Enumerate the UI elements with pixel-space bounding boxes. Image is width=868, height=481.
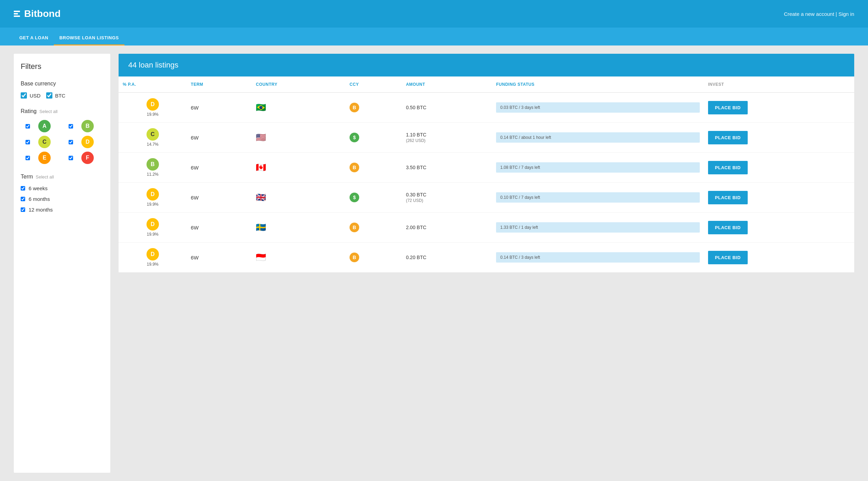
country-cell: 🇺🇸 — [252, 123, 345, 153]
term-6m[interactable]: 6 months — [21, 196, 103, 202]
table-row: D 19.9% 6W🇧🇷B0.50 BTC0.03 BTC / 3 days l… — [119, 93, 854, 123]
place-bid-button[interactable]: PLACE BID — [708, 101, 748, 114]
term-6w-checkbox[interactable] — [21, 186, 25, 191]
table-row: C 14.7% 6W🇺🇸$1.10 BTC(262 USD)0.14 BTC /… — [119, 123, 854, 153]
table-row: D 19.9% 6W🇸🇪B2.00 BTC1.33 BTC / 1 day le… — [119, 213, 854, 243]
header: Bitbond Create a new account | Sign in — [0, 0, 868, 28]
rating-f-checkbox[interactable] — [64, 156, 78, 160]
amount-cell: 3.50 BTC — [402, 153, 492, 183]
term-6w-label: 6 weeks — [29, 185, 48, 191]
term-cell: 6W — [187, 93, 252, 123]
btc-checkbox[interactable] — [46, 92, 52, 99]
base-currency-filter: Base currency USD BTC — [21, 81, 103, 99]
rating-select-all[interactable]: Select all — [39, 109, 58, 114]
place-bid-button[interactable]: PLACE BID — [708, 221, 748, 234]
funding-bar: 0.14 BTC / 3 days left — [496, 252, 700, 263]
base-currency-title: Base currency — [21, 81, 103, 87]
rating-d-checkbox[interactable] — [64, 140, 78, 144]
rating-cell: D 19.9% — [119, 93, 187, 123]
table-header: % P.A. TERM COUNTRY CCY AMOUNT FUNDING S… — [119, 76, 854, 93]
btc-checkbox-label[interactable]: BTC — [46, 92, 65, 99]
ccy-cell: B — [345, 213, 402, 243]
row-rating-badge: D — [147, 98, 159, 111]
term-6w[interactable]: 6 weeks — [21, 185, 103, 191]
invest-cell: PLACE BID — [704, 93, 854, 123]
term-list: 6 weeks 6 months 12 months — [21, 185, 103, 213]
listings-title: 44 loan listings — [128, 61, 845, 70]
term-12m-checkbox[interactable] — [21, 207, 25, 212]
main-nav: GET A LOAN BROWSE LOAN LISTINGS — [0, 28, 868, 45]
place-bid-button[interactable]: PLACE BID — [708, 131, 748, 144]
row-rating-pct: 19.9% — [147, 262, 159, 267]
rating-badge-e: E — [38, 152, 51, 164]
table-row: D 19.9% 6W🇮🇩B0.20 BTC0.14 BTC / 3 days l… — [119, 243, 854, 273]
listings-header: 44 loan listings — [119, 54, 854, 76]
term-cell: 6W — [187, 243, 252, 273]
rating-filter: Rating Select all A B C D E — [21, 108, 103, 164]
usd-checkbox[interactable] — [21, 92, 27, 99]
rating-cell: B 11.2% — [119, 153, 187, 183]
term-12m[interactable]: 12 months — [21, 207, 103, 213]
rating-cell: C 14.7% — [119, 123, 187, 153]
nav-browse-loan-listings[interactable]: BROWSE LOAN LISTINGS — [54, 35, 124, 45]
funding-cell: 0.14 BTC / about 1 hour left — [492, 123, 704, 153]
row-rating-badge: D — [147, 248, 159, 260]
col-country: COUNTRY — [252, 76, 345, 93]
place-bid-button[interactable]: PLACE BID — [708, 191, 748, 204]
ccy-icon: B — [350, 223, 359, 232]
col-amount: AMOUNT — [402, 76, 492, 93]
rating-e-checkbox[interactable] — [21, 156, 35, 160]
funding-bar: 0.10 BTC / 7 days left — [496, 192, 700, 203]
row-rating-pct: 19.9% — [147, 202, 159, 207]
create-account-link[interactable]: Create a new account — [784, 11, 834, 17]
rating-badge-a: A — [38, 120, 51, 132]
rating-c-checkbox[interactable] — [21, 140, 35, 144]
currency-row: USD BTC — [21, 92, 103, 99]
main-content: Filters Base currency USD BTC Rating — [0, 45, 868, 481]
rating-a-checkbox[interactable] — [21, 124, 35, 129]
row-rating-badge: D — [147, 218, 159, 231]
term-title: Term Select all — [21, 174, 103, 180]
logo: Bitbond — [14, 8, 61, 19]
col-pct-pa: % P.A. — [119, 76, 187, 93]
amount-cell: 1.10 BTC(262 USD) — [402, 123, 492, 153]
logo-icon — [14, 11, 20, 17]
amount-cell: 0.50 BTC — [402, 93, 492, 123]
logo-text: Bitbond — [24, 8, 61, 19]
row-rating-pct: 11.2% — [147, 172, 159, 177]
col-funding: FUNDING STATUS — [492, 76, 704, 93]
funding-bar: 0.03 BTC / 3 days left — [496, 102, 700, 113]
rating-b-checkbox[interactable] — [64, 124, 78, 129]
nav-get-a-loan[interactable]: GET A LOAN — [14, 35, 54, 45]
place-bid-button[interactable]: PLACE BID — [708, 161, 748, 174]
term-cell: 6W — [187, 123, 252, 153]
term-filter: Term Select all 6 weeks 6 months 12 mont… — [21, 174, 103, 213]
place-bid-button[interactable]: PLACE BID — [708, 251, 748, 264]
rating-badge-d: D — [81, 136, 94, 148]
term-cell: 6W — [187, 213, 252, 243]
invest-cell: PLACE BID — [704, 153, 854, 183]
amount-cell: 2.00 BTC — [402, 213, 492, 243]
usd-checkbox-label[interactable]: USD — [21, 92, 41, 99]
country-cell: 🇧🇷 — [252, 93, 345, 123]
term-cell: 6W — [187, 153, 252, 183]
funding-cell: 1.33 BTC / 1 day left — [492, 213, 704, 243]
listings-table: % P.A. TERM COUNTRY CCY AMOUNT FUNDING S… — [119, 76, 854, 273]
sign-in-link[interactable]: Sign in — [838, 11, 854, 17]
term-select-all[interactable]: Select all — [36, 174, 54, 180]
invest-cell: PLACE BID — [704, 243, 854, 273]
term-6m-checkbox[interactable] — [21, 197, 25, 201]
invest-cell: PLACE BID — [704, 213, 854, 243]
header-links: Create a new account | Sign in — [784, 11, 854, 17]
funding-bar: 1.08 BTC / 7 days left — [496, 162, 700, 173]
table-row: D 19.9% 6W🇬🇧$0.30 BTC(72 USD)0.10 BTC / … — [119, 183, 854, 213]
ccy-cell: B — [345, 153, 402, 183]
row-rating-pct: 19.9% — [147, 112, 159, 117]
rating-badge-b: B — [81, 120, 94, 132]
invest-cell: PLACE BID — [704, 123, 854, 153]
ccy-icon: B — [350, 253, 359, 262]
col-invest: INVEST — [704, 76, 854, 93]
rating-cell: D 19.9% — [119, 243, 187, 273]
ccy-cell: $ — [345, 123, 402, 153]
listings-body: D 19.9% 6W🇧🇷B0.50 BTC0.03 BTC / 3 days l… — [119, 93, 854, 273]
